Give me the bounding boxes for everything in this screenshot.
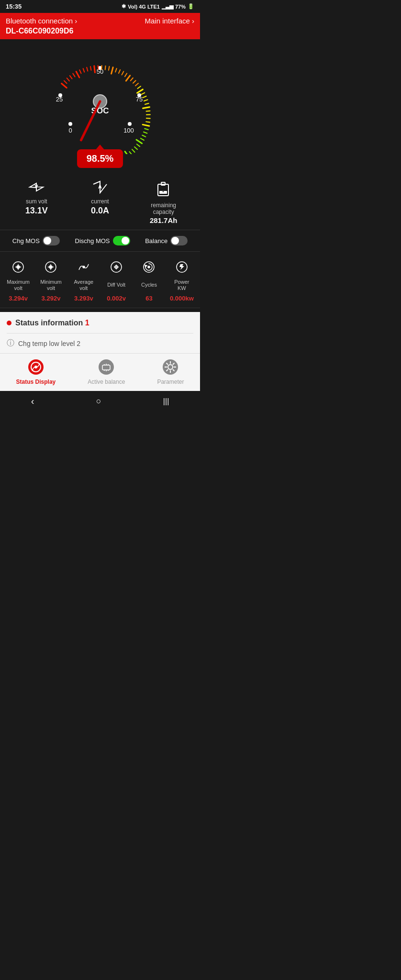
sum-volt-value: 13.1V [25,206,48,216]
svg-line-28 [109,67,109,70]
min-volt-label: Minimumvolt [35,277,66,294]
status-bar-right: ✱ Vol) 4G LTE1 ▁▃▅ 77% 🔋 [122,3,194,10]
remaining-value: 281.7Ah [150,216,178,225]
svg-point-89 [83,266,85,268]
status-display-icon [26,357,45,377]
status-info-item: ⓘ Chg temp low level 2 [7,333,193,353]
svg-line-58 [129,152,132,154]
min-volt-item[interactable]: Minimumvolt 3.292v [35,257,66,302]
diff-volt-icon [101,257,132,277]
svg-line-23 [90,67,91,70]
chg-mos-item: Chg MOS [12,236,60,245]
power-icon [167,257,197,277]
max-volt-item[interactable]: Maximumvolt 3.294v [3,257,33,302]
current-icon: A [91,180,109,197]
volt-icon: V [28,180,45,197]
avg-volt-item[interactable]: Averagevolt 3.293v [68,257,99,302]
bluetooth-connection-link[interactable]: Bluetooth connection › [6,17,77,25]
balance-knob [171,237,179,245]
svg-line-49 [143,124,149,126]
svg-line-35 [131,78,133,81]
balance-toggle[interactable] [170,236,188,245]
back-button[interactable]: ‹ [31,396,34,407]
svg-line-31 [119,70,120,73]
svg-line-32 [122,71,124,75]
battery-icon: 🔋 [188,3,194,10]
sum-volt-stat: V sum volt 13.1V [5,180,68,216]
svg-text:V: V [35,184,39,189]
status-bar: 15:35 ✱ Vol) 4G LTE1 ▁▃▅ 77% 🔋 [0,0,200,13]
svg-line-21 [83,68,85,72]
status-display-label: Status Display [16,379,56,385]
svg-line-15 [64,81,67,84]
avg-volt-label: Averagevolt [68,277,99,294]
bottom-stats-grid: Maximumvolt 3.294v Minimumvolt 3.292v [3,257,197,302]
dischg-mos-toggle[interactable] [113,236,130,245]
svg-line-45 [146,111,150,111]
chg-mos-label: Chg MOS [12,237,40,245]
balance-label: Balance [145,237,167,245]
active-balance-icon [97,357,116,377]
app-header: Bluetooth connection › Main interface › … [0,13,200,39]
svg-line-19 [76,72,79,78]
svg-line-24 [94,66,95,73]
svg-line-34 [126,76,130,81]
svg-point-88 [49,266,52,268]
svg-line-43 [145,103,149,104]
cycles-label: Cycles [134,277,164,294]
status-item-icon: ⓘ [7,338,14,348]
svg-line-22 [87,67,88,71]
recent-apps-button[interactable]: ||| [163,397,169,406]
cycles-item[interactable]: Cycles 63 [134,257,164,302]
svg-line-55 [137,144,140,146]
avg-volt-value: 3.293v [68,295,99,302]
active-balance-label: Active balance [88,379,125,385]
svg-line-17 [70,76,72,78]
remaining-label: remaining capacity [151,202,176,215]
svg-line-36 [133,80,136,83]
device-id: DL-C66C090209D6 [6,27,194,35]
svg-line-51 [144,132,147,134]
main-interface-link[interactable]: Main interface › [145,17,194,25]
mos-row: Chg MOS Dischg MOS Balance [0,230,200,251]
home-button[interactable]: ○ [96,396,101,406]
battery-display: 77% [175,4,186,10]
diff-volt-item[interactable]: Diff Volt 0.002v [101,257,132,302]
chg-mos-toggle[interactable] [43,236,60,245]
status-info-title: Status information 1 [15,319,89,327]
nav-status-display[interactable]: Status Display [16,357,56,385]
svg-line-48 [146,122,150,122]
bottom-nav: Status Display Active balance [0,353,200,391]
time-display: 15:35 [6,3,22,10]
bottom-stats: Maximumvolt 3.294v Minimumvolt 3.292v [0,252,200,308]
nav-active-balance[interactable]: Active balance [88,357,125,385]
svg-marker-93 [145,265,147,267]
current-stat: A current 0.0A [68,180,132,216]
dischg-mos-item: Dischg MOS [75,236,130,245]
current-label: current [91,198,109,205]
svg-line-37 [135,83,138,86]
min-volt-value: 3.292v [35,295,66,302]
svg-line-52 [142,135,145,136]
dischg-mos-knob [122,237,129,245]
nav-parameter[interactable]: Parameter [157,357,184,385]
status-red-dot [7,321,11,325]
svg-point-94 [148,266,150,268]
svg-point-98 [34,366,37,368]
status-info-header: Status information 1 [7,319,193,327]
gauge-percentage: 98.5% [77,149,123,168]
svg-point-99 [99,359,114,375]
svg-line-20 [79,70,81,73]
svg-line-56 [134,147,137,149]
power-item[interactable]: PowerKW 0.000kw [167,257,197,302]
svg-line-16 [67,78,69,81]
current-value: 0.0A [91,206,109,216]
divider-2 [0,308,200,308]
bluetooth-icon: ✱ [122,3,126,10]
diff-volt-label: Diff Volt [101,277,132,294]
svg-line-33 [125,73,127,77]
gauge-container: 0 25 50 75 100 SOC [28,49,172,154]
svg-line-38 [137,86,140,89]
svg-line-18 [73,74,75,77]
svg-line-44 [143,107,150,108]
